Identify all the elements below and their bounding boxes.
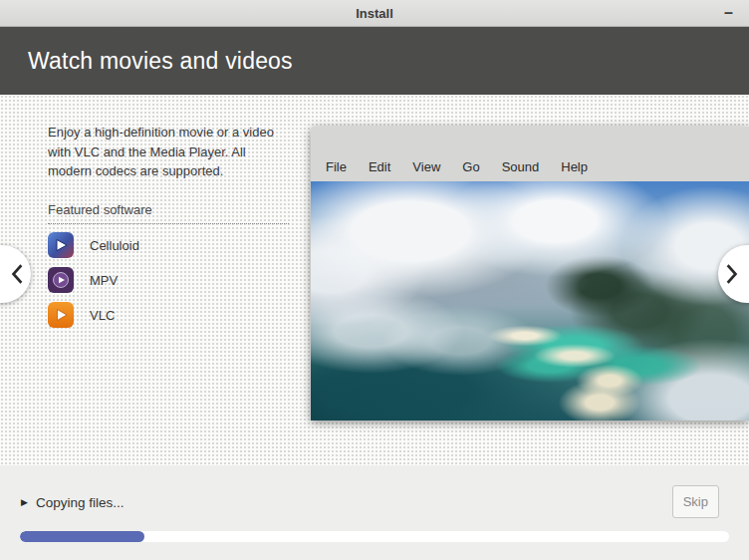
page-title: Watch movies and videos — [28, 48, 293, 75]
window-title: Install — [356, 6, 393, 21]
player-menubar: File Edit View Go Sound Help — [311, 151, 749, 181]
player-menu-help: Help — [558, 157, 591, 176]
slide-description: Enjoy a high-definition movie or a video… — [48, 123, 289, 181]
chevron-left-icon — [10, 261, 24, 287]
celluloid-play-icon — [48, 232, 74, 258]
app-label: Celluloid — [90, 238, 139, 253]
status-expander[interactable]: ▶ Copying files... — [21, 495, 124, 510]
minimize-icon[interactable]: – — [724, 1, 733, 25]
featured-software-heading: Featured software — [48, 202, 289, 224]
list-item-vlc: VLC — [48, 298, 289, 333]
mpv-play-icon — [48, 267, 74, 293]
player-menu-file: File — [323, 157, 350, 176]
player-menu-go: Go — [459, 157, 482, 176]
slide-left-column: Enjoy a high-definition movie or a video… — [48, 123, 289, 333]
list-item-mpv: MPV — [48, 263, 289, 298]
video-frame-aerial-island — [311, 181, 749, 420]
slide-area: Enjoy a high-definition movie or a video… — [0, 95, 749, 465]
chevron-right-icon — [725, 261, 739, 287]
media-player-screenshot: File Edit View Go Sound Help — [311, 127, 749, 420]
expander-triangle-icon: ▶ — [21, 498, 28, 507]
install-progress-footer: ▶ Copying files... Skip — [0, 465, 749, 560]
player-menu-sound: Sound — [499, 157, 543, 176]
app-label: VLC — [90, 308, 115, 323]
progress-bar — [20, 531, 729, 542]
progress-fill — [20, 531, 144, 542]
app-label: MPV — [90, 273, 118, 288]
list-item-celluloid: Celluloid — [48, 228, 289, 263]
page-header: Watch movies and videos — [0, 27, 749, 95]
vlc-play-icon — [48, 302, 74, 328]
status-text: Copying files... — [36, 495, 125, 510]
player-menu-view: View — [409, 157, 443, 176]
featured-app-list: Celluloid MPV — [48, 228, 289, 333]
installer-window: Install – Watch movies and videos Enjoy … — [0, 0, 749, 560]
player-menu-edit: Edit — [366, 157, 393, 176]
skip-button[interactable]: Skip — [672, 485, 719, 518]
player-titlebar — [311, 127, 749, 151]
os-titlebar: Install – — [0, 0, 749, 27]
